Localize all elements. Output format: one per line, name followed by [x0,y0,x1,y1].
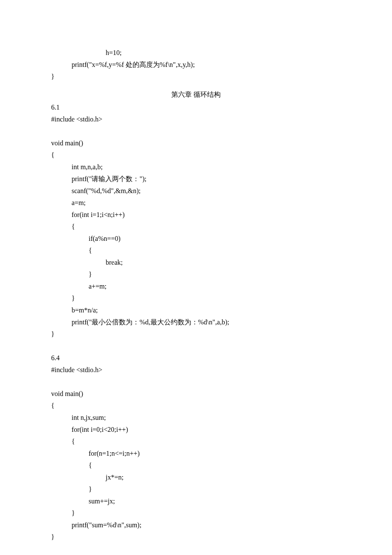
code-line: { [51,400,341,412]
code-line: break; [51,257,341,269]
section-label: 6.1 [51,101,341,113]
code-line: } [51,328,341,340]
document-content: h=10; printf("x=%f,y=%f 处的高度为%f\n",x,y,h… [51,47,341,555]
section-label: 6.4 [51,352,341,364]
code-line: a+=m; [51,280,341,292]
code-line: { [51,149,341,161]
code-line: #include <stdio.h> [51,364,341,376]
code-line: for(int i=0;i<20;i++) [51,424,341,436]
code-line: printf("x=%f,y=%f 处的高度为%f\n",x,y,h); [51,59,341,71]
code-line: } [51,269,341,280]
code-line: sum+=jx; [51,495,341,507]
code-line: } [51,531,341,543]
code-line: int m,n,a,b; [51,161,341,173]
code-line: printf("sum=%d\n",sum); [51,519,341,531]
code-line: #include <stdio.h> [51,113,341,125]
code-line: a=m; [51,197,341,209]
code-line: if(a%n==0) [51,233,341,245]
code-line: jx*=n; [51,471,341,483]
code-line: { [51,460,341,471]
code-line: } [51,292,341,304]
code-line: { [51,221,341,233]
code-line: int n,jx,sum; [51,412,341,424]
code-line: b=m*n/a; [51,304,341,316]
code-line: for(int i=1;i<n;i++) [51,209,341,221]
code-line: } [51,71,341,83]
code-line: } [51,483,341,495]
chapter-heading: 第六章 循环结构 [51,89,341,101]
code-line: for(n=1;n<=i;n++) [51,448,341,460]
code-line: h=10; [51,47,341,59]
code-line: void main() [51,137,341,149]
code-line: scanf("%d,%d",&m,&n); [51,185,341,197]
code-line: printf("最小公倍数为：%d,最大公约数为：%d\n",a,b); [51,316,341,328]
code-line: } [51,507,341,519]
code-line: void main() [51,388,341,400]
code-line: printf("请输入两个数："); [51,173,341,185]
code-line: { [51,245,341,257]
code-line: { [51,436,341,448]
